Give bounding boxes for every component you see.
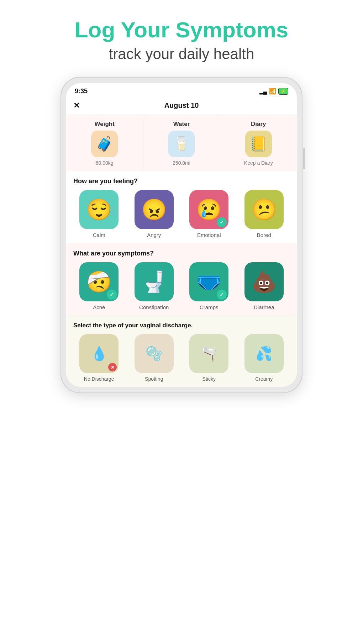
tracker-weight[interactable]: Weight 🧳 60.00kg <box>66 115 143 171</box>
weight-label: Weight <box>94 121 114 128</box>
symptom-diarrhea-box: 💩 <box>244 262 284 301</box>
mood-angry-label: Angry <box>147 232 161 238</box>
mood-emotional-box: 😢 ✓ <box>189 190 228 229</box>
tracker-row: Weight 🧳 60.00kg Water 🥛 250.0ml Diary 📒… <box>66 115 297 171</box>
discharge-spotting-box: 🫧 <box>135 334 174 373</box>
mood-section: How are you feeling? 😌 Calm 😠 Angry <box>66 171 297 243</box>
symptom-cramps[interactable]: 🩲 ✓ Cramps <box>183 262 235 310</box>
weight-value: 60.00kg <box>96 160 114 166</box>
discharge-creamy[interactable]: 💦 Creamy <box>238 334 290 382</box>
water-label: Water <box>173 121 190 128</box>
symptom-cramps-box: 🩲 ✓ <box>189 262 228 301</box>
symptom-constipation-label: Constipation <box>139 304 169 310</box>
status-icons: ▂▄ 📶 ⚡ <box>259 88 288 95</box>
weight-icon-box: 🧳 <box>91 131 118 157</box>
water-icon-box: 🥛 <box>168 131 195 157</box>
discharge-spotting-emoji: 🫧 <box>146 346 162 361</box>
discharge-sticky-box: 🫗 <box>189 334 228 373</box>
mood-calm-box: 😌 <box>79 190 119 229</box>
battery-icon: ⚡ <box>278 88 288 95</box>
mood-emotional-emoji: 😢 <box>196 197 222 222</box>
mood-calm-emoji: 😌 <box>86 197 112 222</box>
symptom-acne-box: 🤕 ✓ <box>79 262 119 301</box>
page-subtitle: track your daily health <box>109 46 254 63</box>
discharge-none-label: No Discharge <box>84 376 114 382</box>
mood-calm-label: Calm <box>93 232 105 238</box>
symptoms-section-title: What are your symptoms? <box>73 250 290 257</box>
mood-angry-emoji: 😠 <box>141 197 167 222</box>
discharge-sticky[interactable]: 🫗 Sticky <box>183 334 235 382</box>
mood-emotional[interactable]: 😢 ✓ Emotional <box>183 190 235 238</box>
symptom-acne-check: ✓ <box>107 290 117 300</box>
symptom-diarrhea-label: Diarrhea <box>254 304 274 310</box>
discharge-creamy-emoji: 💦 <box>256 346 272 361</box>
header-date: August 10 <box>164 101 199 110</box>
discharge-sticky-label: Sticky <box>202 376 216 382</box>
tracker-water[interactable]: Water 🥛 250.0ml <box>143 115 220 171</box>
symptom-constipation-emoji: 🚽 <box>141 270 167 294</box>
phone-shell: 9:35 ▂▄ 📶 ⚡ ✕ August 10 Weight 🧳 60.00kg… <box>60 77 302 393</box>
app-header: ✕ August 10 <box>66 98 297 115</box>
phone-screen: 9:35 ▂▄ 📶 ⚡ ✕ August 10 Weight 🧳 60.00kg… <box>66 83 297 387</box>
discharge-none[interactable]: 💧 ✕ No Discharge <box>73 334 125 382</box>
discharge-sticky-emoji: 🫗 <box>201 346 217 361</box>
mood-angry[interactable]: 😠 Angry <box>128 190 180 238</box>
diary-icon-box: 📒 <box>245 131 272 157</box>
mood-angry-box: 😠 <box>135 190 174 229</box>
status-bar: 9:35 ▂▄ 📶 ⚡ <box>66 83 297 98</box>
symptom-cramps-label: Cramps <box>200 304 219 310</box>
mood-emotional-label: Emotional <box>197 232 221 238</box>
mood-section-title: How are you feeling? <box>73 178 290 185</box>
discharge-section: Select the type of your vaginal discharg… <box>66 316 297 387</box>
tracker-diary[interactable]: Diary 📒 Keep a Diary <box>220 115 297 171</box>
mood-bored-emoji: 😕 <box>251 197 277 222</box>
mood-bored-box: 😕 <box>244 190 284 229</box>
mood-calm[interactable]: 😌 Calm <box>73 190 125 238</box>
diary-label: Diary <box>251 121 266 128</box>
wifi-icon: 📶 <box>269 88 276 95</box>
side-button <box>303 148 305 169</box>
discharge-creamy-box: 💦 <box>244 334 284 373</box>
symptom-cramps-check: ✓ <box>217 290 227 300</box>
symptom-acne-emoji: 🤕 <box>86 270 112 294</box>
symptoms-section: What are your symptoms? 🤕 ✓ Acne 🚽 Const… <box>66 243 297 316</box>
discharge-none-emoji: 💧 <box>91 346 107 361</box>
discharge-none-x: ✕ <box>108 363 117 371</box>
mood-bored[interactable]: 😕 Bored <box>238 190 290 238</box>
signal-icon: ▂▄ <box>259 89 267 94</box>
symptom-acne-label: Acne <box>93 304 105 310</box>
symptoms-grid: 🤕 ✓ Acne 🚽 Constipation 🩲 ✓ <box>73 262 290 310</box>
discharge-grid: 💧 ✕ No Discharge 🫧 Spotting 🫗 Sticky <box>73 334 290 382</box>
symptom-diarrhea[interactable]: 💩 Diarrhea <box>238 262 290 310</box>
status-time: 9:35 <box>75 88 88 95</box>
mood-grid: 😌 Calm 😠 Angry 😢 ✓ Emotional <box>73 190 290 238</box>
water-value: 250.0ml <box>173 160 190 166</box>
symptom-acne[interactable]: 🤕 ✓ Acne <box>73 262 125 310</box>
symptom-cramps-emoji: 🩲 <box>196 270 222 294</box>
discharge-section-title: Select the type of your vaginal discharg… <box>73 322 290 329</box>
mood-emotional-check: ✓ <box>217 217 227 227</box>
symptom-diarrhea-emoji: 💩 <box>251 270 277 294</box>
close-button[interactable]: ✕ <box>73 101 80 110</box>
mood-bored-label: Bored <box>257 232 271 238</box>
discharge-creamy-label: Creamy <box>255 376 273 382</box>
diary-value: Keep a Diary <box>244 160 273 166</box>
discharge-none-box: 💧 ✕ <box>79 334 119 373</box>
symptom-constipation[interactable]: 🚽 Constipation <box>128 262 180 310</box>
discharge-spotting-label: Spotting <box>145 376 163 382</box>
symptom-constipation-box: 🚽 <box>135 262 174 301</box>
discharge-spotting[interactable]: 🫧 Spotting <box>128 334 180 382</box>
page-title: Log Your Symptoms <box>75 18 289 42</box>
